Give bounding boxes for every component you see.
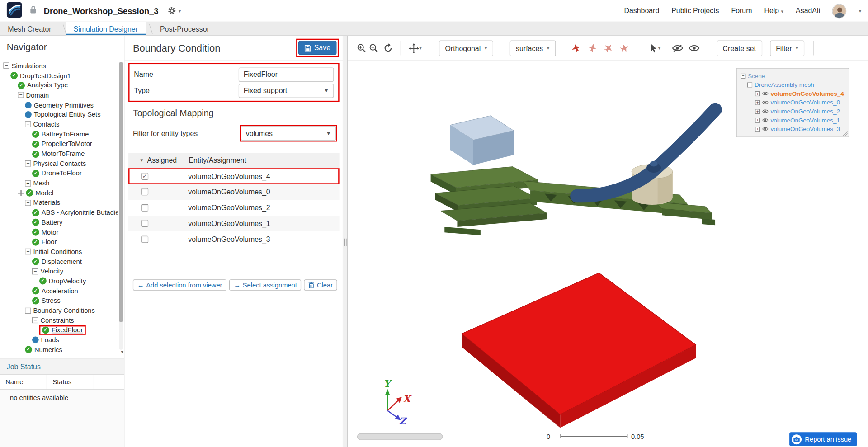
tab-post-processor[interactable]: Post-Processor: [152, 22, 217, 35]
type-select[interactable]: Fixed support ▼: [239, 83, 334, 98]
tree-item-loads[interactable]: Loads: [0, 335, 118, 345]
tree-item-analysis-type[interactable]: ✓Analysis Type: [0, 80, 118, 90]
pan-tool-button[interactable]: ▾: [406, 41, 425, 56]
create-set-button[interactable]: Create set: [717, 40, 762, 56]
collapse-icon[interactable]: −: [25, 307, 31, 313]
tree-item-domain[interactable]: −Domain: [0, 90, 118, 100]
menu-forum[interactable]: Forum: [731, 7, 752, 15]
scene-item-volumeongeovolumes-4[interactable]: +volumeOnGeoVolumes_4: [741, 89, 844, 98]
orientation-plane-button-3[interactable]: [602, 41, 614, 56]
resize-grip-icon[interactable]: [843, 131, 848, 136]
tree-item-battery[interactable]: ✓Battery: [0, 217, 118, 227]
menu-public-projects[interactable]: Public Projects: [671, 7, 719, 15]
tree-item-dropvelocity[interactable]: ✓DropVelocity: [0, 276, 118, 286]
assignment-row-volumeongeovolumes-0[interactable]: volumeOnGeoVolumes_0: [128, 184, 340, 200]
scene-item-volumeongeovolumes-2[interactable]: +volumeOnGeoVolumes_2: [741, 107, 844, 116]
assigned-checkbox[interactable]: [141, 220, 148, 227]
collapse-icon[interactable]: −: [25, 249, 31, 254]
collapse-icon[interactable]: −: [25, 200, 31, 206]
visibility-toggle[interactable]: [762, 100, 768, 105]
show-all-button[interactable]: [688, 41, 700, 56]
tree-item-propellertomotor[interactable]: ✓PropellerToMotor: [0, 139, 118, 149]
tree-item-droptestdesign1[interactable]: ✓DropTestDesign1: [0, 71, 118, 80]
visibility-toggle[interactable]: [762, 91, 768, 96]
tree-item-geometry-primitives[interactable]: Geometry Primitives: [0, 100, 118, 110]
visibility-toggle[interactable]: [762, 127, 768, 131]
expand-icon[interactable]: +: [755, 91, 760, 96]
add-selection-button[interactable]: ← Add selection from viewer: [133, 279, 226, 290]
expand-icon[interactable]: +: [755, 118, 760, 122]
panel-resize-divider[interactable]: [343, 36, 348, 447]
menu-dashboard[interactable]: Dashboard: [624, 7, 659, 15]
tree-item-contacts[interactable]: −Contacts: [0, 120, 118, 130]
tree-item-simulations[interactable]: −Simulations: [0, 61, 118, 71]
scene-item-volumeongeovolumes-3[interactable]: +volumeOnGeoVolumes_3: [741, 125, 844, 134]
scene-tree-root[interactable]: − Scene: [741, 71, 844, 80]
assignment-row-volumeongeovolumes-3[interactable]: volumeOnGeoVolumes_3: [128, 231, 340, 247]
filter-select[interactable]: Filter▾: [770, 40, 804, 56]
visibility-toggle[interactable]: [762, 109, 768, 113]
expand-icon[interactable]: +: [755, 109, 760, 114]
orientation-plane-button-4[interactable]: [618, 41, 630, 56]
orientation-plane-button-1[interactable]: [570, 41, 582, 56]
tree-item-acceleration[interactable]: ✓Acceleration: [0, 286, 118, 296]
tree-item-motor[interactable]: ✓Motor: [0, 227, 118, 237]
expand-icon[interactable]: +: [25, 180, 31, 186]
username-label[interactable]: AsadAli: [796, 7, 820, 15]
assigned-checkbox[interactable]: ✓: [141, 173, 148, 180]
tree-item-velocity[interactable]: −Velocity: [0, 267, 118, 277]
tree-item-topological-entity-sets[interactable]: Topological Entity Sets: [0, 110, 118, 120]
tree-item-dronetofloor[interactable]: ✓DroneToFloor: [0, 169, 118, 179]
hide-selection-button[interactable]: [671, 41, 684, 56]
clear-button[interactable]: Clear: [304, 279, 337, 290]
tree-item-boundary-conditions[interactable]: −Boundary Conditions: [0, 306, 118, 315]
visibility-toggle[interactable]: [762, 118, 768, 122]
job-status-header[interactable]: Job Status: [0, 359, 124, 375]
tree-item-abs-acrylonitrile-butadiene[interactable]: ✓ABS - Acrylonitrile Butadiene...: [0, 208, 118, 218]
assignment-row-volumeongeovolumes-4[interactable]: ✓volumeOnGeoVolumes_4: [128, 168, 340, 184]
render-mode-select[interactable]: surfaces▾: [510, 40, 556, 56]
expand-icon[interactable]: +: [755, 100, 760, 105]
tree-item-motortoframe[interactable]: ✓MotorToFrame: [0, 149, 118, 159]
navigator-scrollbar-thumb[interactable]: [119, 62, 123, 322]
collapse-icon[interactable]: −: [25, 122, 31, 127]
sort-desc-icon[interactable]: ▼: [140, 158, 144, 163]
scene-tree-mesh[interactable]: − DroneAssembly mesh: [741, 80, 844, 89]
zoom-in-button[interactable]: [355, 41, 368, 56]
name-input[interactable]: [239, 67, 334, 82]
tree-item-displacement[interactable]: ✓Displacement: [0, 257, 118, 267]
tree-item-mesh[interactable]: +Mesh: [0, 179, 118, 188]
tab-mesh-creator[interactable]: Mesh Creator: [0, 22, 59, 35]
orientation-plane-button-2[interactable]: [586, 41, 598, 56]
assignment-row-volumeongeovolumes-2[interactable]: volumeOnGeoVolumes_2: [128, 200, 340, 216]
app-logo-icon[interactable]: [7, 2, 22, 19]
tree-item-floor[interactable]: ✓Floor: [0, 237, 118, 247]
tree-item-initial-conditions[interactable]: −Initial Conditions: [0, 247, 118, 257]
entity-type-select[interactable]: volumes ▼: [241, 126, 336, 141]
tree-item-fixedfloor[interactable]: ✓FixedFloor: [0, 325, 118, 335]
assignment-table-header[interactable]: ▼ Assigned Entity/Assignment: [128, 153, 340, 168]
expand-icon[interactable]: +: [755, 127, 760, 132]
report-issue-button[interactable]: Report an issue: [789, 432, 857, 446]
tree-item-stress[interactable]: ✓Stress: [0, 296, 118, 306]
menu-help[interactable]: Help ▾: [764, 7, 783, 15]
collapse-icon[interactable]: −: [18, 92, 24, 98]
user-menu-chevron-icon[interactable]: ▾: [859, 8, 862, 14]
tree-item-physical-contacts[interactable]: −Physical Contacts: [0, 159, 118, 169]
viewer-horizontal-slider[interactable]: [357, 433, 443, 440]
assigned-checkbox[interactable]: [141, 188, 148, 196]
scene-item-volumeongeovolumes-1[interactable]: +volumeOnGeoVolumes_1: [741, 116, 844, 125]
collapse-icon[interactable]: −: [32, 317, 38, 323]
scene-item-volumeongeovolumes-0[interactable]: +volumeOnGeoVolumes_0: [741, 98, 844, 107]
tree-item-materials[interactable]: −Materials: [0, 198, 118, 208]
tree-item-numerics[interactable]: ✓Numerics: [0, 345, 118, 355]
collapse-icon[interactable]: −: [32, 268, 38, 274]
tree-item-model[interactable]: ✓Model: [0, 188, 118, 198]
collapse-icon[interactable]: −: [747, 82, 752, 87]
collapse-icon[interactable]: −: [3, 63, 9, 69]
tree-item-constraints[interactable]: −Constraints: [0, 315, 118, 325]
assigned-checkbox[interactable]: [141, 235, 148, 243]
tree-item-battreytoframe[interactable]: ✓BattreyToFrame: [0, 129, 118, 139]
tab-simulation-designer[interactable]: Simulation Designer: [66, 22, 146, 35]
zoom-out-button[interactable]: [368, 41, 380, 56]
